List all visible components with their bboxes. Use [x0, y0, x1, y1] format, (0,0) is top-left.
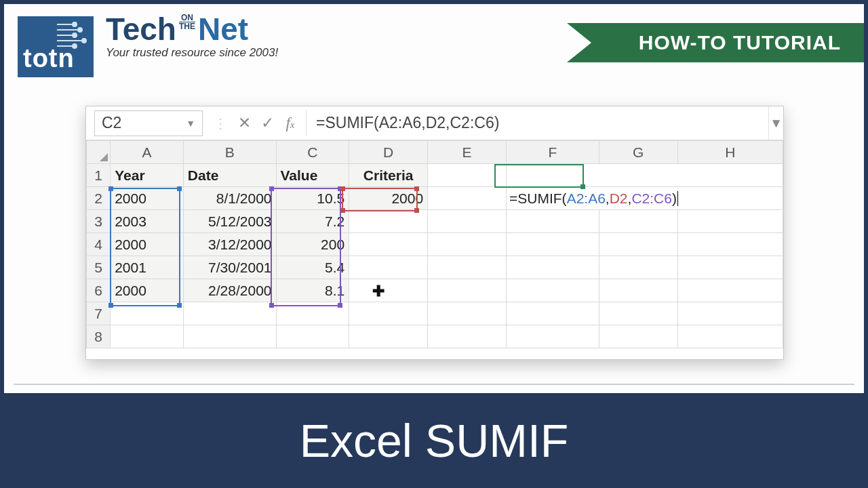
enter-icon[interactable]: ✓ — [256, 114, 279, 132]
fx-icon[interactable]: fx — [279, 115, 302, 132]
cell-a1[interactable]: Year — [111, 164, 184, 187]
cell-a5[interactable]: 2001 — [111, 256, 184, 279]
cell-e4[interactable] — [428, 233, 507, 256]
cell-g8[interactable] — [599, 325, 677, 348]
brand-tagline: Your trusted resource since 2003! — [106, 46, 278, 60]
cell-d7[interactable] — [349, 302, 428, 325]
col-header-e[interactable]: E — [428, 141, 507, 164]
col-header-a[interactable]: A — [111, 141, 184, 164]
cell-h6[interactable] — [677, 279, 783, 302]
col-header-b[interactable]: B — [183, 141, 276, 164]
cell-g3[interactable] — [599, 210, 677, 233]
name-box[interactable]: C2 ▼ — [94, 110, 203, 136]
cell-b8[interactable] — [183, 325, 276, 348]
cell-g6[interactable] — [599, 279, 677, 302]
col-header-c[interactable]: C — [276, 141, 349, 164]
cell-g5[interactable] — [599, 256, 677, 279]
inline-formula: =SUMIF(A2:A6,D2,C2:C6) — [507, 190, 783, 207]
cell-d8[interactable] — [349, 325, 428, 348]
cell-b3[interactable]: 5/12/2003 — [183, 210, 276, 233]
cell-f2[interactable]: =SUMIF(A2:A6,D2,C2:C6) — [507, 187, 783, 210]
row-header-1[interactable]: 1 — [87, 164, 111, 187]
cell-f4[interactable] — [507, 233, 599, 256]
cell-g7[interactable] — [599, 302, 677, 325]
cell-g4[interactable] — [599, 233, 677, 256]
cell-a7[interactable] — [111, 302, 184, 325]
cell-b6[interactable]: 2/28/2000 — [183, 279, 276, 302]
cell-b7[interactable] — [183, 302, 276, 325]
chevron-down-icon[interactable]: ▼ — [186, 118, 195, 129]
spreadsheet-grid[interactable]: A B C D E F G H 1 Year Date Value Criter… — [86, 140, 783, 348]
row-header-4[interactable]: 4 — [87, 233, 111, 256]
cell-b5[interactable]: 7/30/2001 — [183, 256, 276, 279]
cell-f8[interactable] — [507, 325, 599, 348]
row-header-3[interactable]: 3 — [87, 210, 111, 233]
formula-bar-input[interactable]: =SUMIF(A2:A6,D2,C2:C6) — [306, 110, 768, 136]
svg-point-1 — [78, 28, 82, 32]
svg-point-3 — [82, 39, 86, 43]
cell-h7[interactable] — [677, 302, 783, 325]
formula-prefix: =SUMIF( — [509, 190, 567, 206]
cancel-icon[interactable]: ✕ — [233, 114, 256, 132]
cell-a2[interactable]: 2000 — [111, 187, 184, 210]
row-header-2[interactable]: 2 — [87, 187, 111, 210]
cell-d1[interactable]: Criteria — [349, 164, 428, 187]
cell-a8[interactable] — [111, 325, 184, 348]
cell-e8[interactable] — [428, 325, 507, 348]
col-header-h[interactable]: H — [677, 141, 783, 164]
cell-c8[interactable] — [276, 325, 349, 348]
name-box-value: C2 — [102, 114, 121, 132]
brand-wordmark: TechONTHENet Your trusted resource since… — [106, 14, 278, 60]
row-header-7[interactable]: 7 — [87, 302, 111, 325]
cell-h4[interactable] — [677, 233, 783, 256]
brand-logo: totn — [18, 16, 94, 77]
row-header-8[interactable]: 8 — [87, 325, 111, 348]
row-header-6[interactable]: 6 — [87, 279, 111, 302]
col-header-f[interactable]: F — [507, 141, 599, 164]
brand-post: Net — [198, 12, 248, 47]
col-header-d[interactable]: D — [349, 141, 428, 164]
cell-c3[interactable]: 7.2 — [276, 210, 349, 233]
cell-a6[interactable]: 2000 — [111, 279, 184, 302]
cell-e6[interactable] — [428, 279, 507, 302]
circuit-icon — [54, 20, 90, 52]
excel-window: C2 ▼ ⋮ ✕ ✓ fx =SUMIF(A2:A6,D2,C2:C6) ⯆ A… — [85, 106, 784, 360]
cell-b4[interactable]: 3/12/2000 — [183, 233, 276, 256]
cell-b2[interactable]: 8/1/2000 — [183, 187, 276, 210]
cell-c6[interactable]: 8.1 — [276, 279, 349, 302]
cell-c7[interactable] — [276, 302, 349, 325]
select-all-corner[interactable] — [87, 141, 111, 164]
cell-e2[interactable] — [428, 187, 507, 210]
cell-e5[interactable] — [428, 256, 507, 279]
cell-f3[interactable] — [507, 210, 599, 233]
expand-formula-icon[interactable]: ⯆ — [768, 106, 783, 140]
tutorial-ribbon: HOW-TO TUTORIAL — [591, 23, 868, 62]
cell-e7[interactable] — [428, 302, 507, 325]
cell-h3[interactable] — [677, 210, 783, 233]
cell-e1[interactable] — [428, 164, 507, 187]
cell-f5[interactable] — [507, 256, 599, 279]
cell-f1[interactable] — [507, 164, 783, 187]
cell-d6[interactable] — [349, 279, 428, 302]
cell-h5[interactable] — [677, 256, 783, 279]
brand-on: ON — [179, 14, 195, 22]
cell-e3[interactable] — [428, 210, 507, 233]
cell-c4[interactable]: 200 — [276, 233, 349, 256]
cell-a4[interactable]: 2000 — [111, 233, 184, 256]
cell-a3[interactable]: 2003 — [111, 210, 184, 233]
col-header-g[interactable]: G — [599, 141, 677, 164]
cell-b1[interactable]: Date — [183, 164, 276, 187]
cell-h8[interactable] — [677, 325, 783, 348]
footer-title: Excel SUMIF — [300, 414, 569, 467]
cell-c2[interactable]: 10.5 — [276, 187, 349, 210]
cell-c1[interactable]: Value — [276, 164, 349, 187]
cell-d4[interactable] — [349, 233, 428, 256]
cell-d2[interactable]: 2000 — [349, 187, 428, 210]
cell-f6[interactable] — [507, 279, 599, 302]
cell-d3[interactable] — [349, 210, 428, 233]
cell-f7[interactable] — [507, 302, 599, 325]
text-caret — [677, 191, 678, 206]
cell-c5[interactable]: 5.4 — [276, 256, 349, 279]
row-header-5[interactable]: 5 — [87, 256, 111, 279]
cell-d5[interactable] — [349, 256, 428, 279]
